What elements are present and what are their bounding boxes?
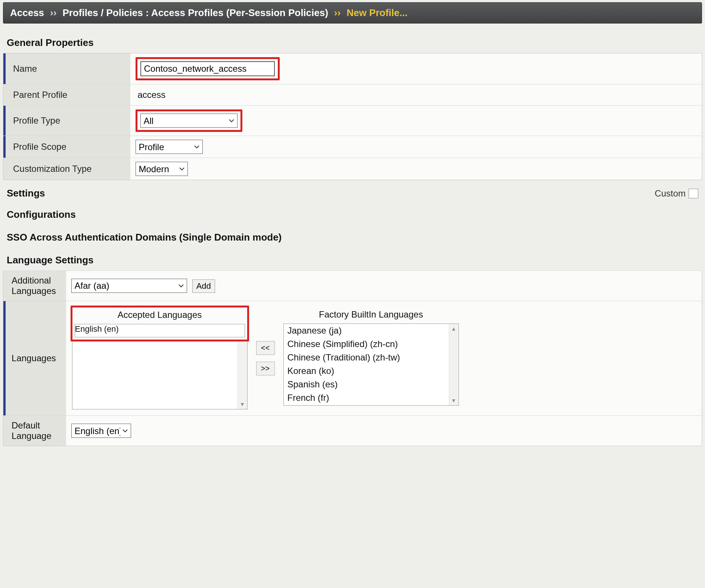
move-left-button[interactable]: << — [256, 341, 275, 355]
language-settings-table: Additional Languages Afar (aa) Add Langu… — [3, 270, 702, 446]
default-language-select[interactable]: English (en) — [71, 424, 131, 438]
label-additional-languages: Additional Languages — [12, 275, 56, 296]
section-heading-language-settings: Language Settings — [0, 248, 705, 270]
label-profile-scope: Profile Scope — [6, 142, 66, 152]
accepted-languages-column: Accepted Languages English (en) ▲ — [72, 307, 248, 409]
highlight-name — [136, 57, 280, 80]
factory-language-item[interactable]: German (de) — [284, 405, 459, 406]
move-right-button[interactable]: >> — [256, 362, 275, 375]
factory-language-item[interactable]: Japanese (ja) — [284, 324, 459, 337]
label-profile-type: Profile Type — [6, 115, 60, 126]
add-language-button[interactable]: Add — [192, 279, 215, 293]
name-input[interactable] — [140, 61, 275, 76]
scroll-down-icon[interactable]: ▼ — [238, 399, 247, 409]
languages-dual-list: Accepted Languages English (en) ▲ — [71, 306, 697, 411]
custom-checkbox[interactable] — [689, 189, 698, 198]
general-properties-table: Name Parent Profile access Profile Type … — [3, 53, 702, 180]
value-parent-profile: access — [136, 90, 166, 100]
factory-languages-column: Factory BuiltIn Languages Japanese (ja) … — [283, 307, 459, 409]
chevron-right-icon: ›› — [332, 7, 343, 19]
highlight-accepted-languages: Accepted Languages English (en) ▲ — [71, 306, 249, 341]
scroll-up-icon[interactable]: ▲ — [75, 334, 245, 337]
factory-language-item[interactable]: Spanish (es) — [284, 378, 459, 391]
profile-type-select[interactable]: All — [140, 114, 237, 128]
label-customization-type: Customization Type — [6, 164, 91, 174]
breadcrumb: Access ›› Profiles / Policies : Access P… — [3, 2, 702, 24]
factory-language-item[interactable]: French (fr) — [284, 391, 459, 405]
factory-language-item[interactable]: Korean (ko) — [284, 364, 459, 378]
accepted-languages-title: Accepted Languages — [75, 307, 245, 324]
accepted-language-item[interactable]: English (en) — [75, 324, 245, 334]
factory-languages-listbox[interactable]: Japanese (ja) Chinese (Simplified) (zh-c… — [283, 324, 459, 406]
breadcrumb-middle[interactable]: Profiles / Policies : Access Profiles (P… — [62, 7, 328, 19]
scrollbar[interactable]: ▲ — [75, 334, 245, 337]
scroll-down-icon[interactable]: ▼ — [449, 396, 459, 405]
highlight-profile-type: All — [136, 109, 242, 132]
label-parent-profile: Parent Profile — [6, 90, 67, 100]
chevron-right-icon: ›› — [48, 7, 59, 19]
section-heading-configurations: Configurations — [0, 202, 705, 225]
section-heading-settings: Settings — [7, 188, 45, 199]
accepted-languages-listbox[interactable]: ▼ — [72, 341, 248, 409]
breadcrumb-leaf: New Profile... — [347, 7, 407, 19]
label-default-language: Default Language — [12, 420, 52, 441]
scroll-up-icon[interactable]: ▲ — [449, 324, 459, 334]
factory-languages-title: Factory BuiltIn Languages — [283, 307, 459, 324]
additional-languages-select[interactable]: Afar (aa) — [71, 279, 187, 293]
label-name: Name — [6, 64, 37, 74]
customization-type-select[interactable]: Modern — [136, 162, 188, 176]
section-heading-general-properties: General Properties — [0, 27, 705, 53]
scrollbar[interactable]: ▼ — [237, 341, 247, 409]
factory-language-item[interactable]: Chinese (Simplified) (zh-cn) — [284, 337, 459, 351]
label-languages: Languages — [12, 353, 56, 363]
factory-language-item[interactable]: Chinese (Traditional) (zh-tw) — [284, 351, 459, 364]
profile-scope-select[interactable]: Profile — [136, 140, 203, 154]
section-heading-sso: SSO Across Authentication Domains (Singl… — [0, 225, 705, 248]
label-custom: Custom — [655, 188, 686, 199]
scrollbar[interactable]: ▲ ▼ — [449, 324, 459, 405]
breadcrumb-root[interactable]: Access — [10, 7, 44, 19]
